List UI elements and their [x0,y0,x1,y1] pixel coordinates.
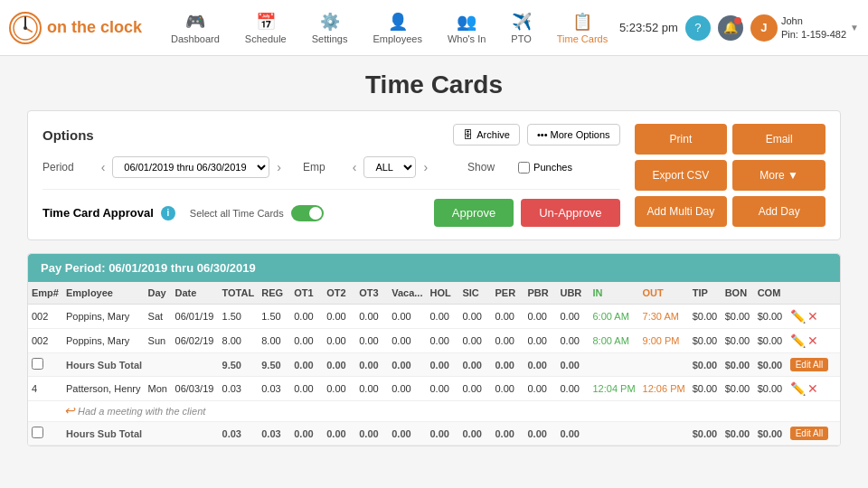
user-menu-button[interactable]: J John Pin: 1-159-482 ▼ [750,14,859,42]
subtotal-checkbox[interactable] [32,427,43,438]
nav-label-settings: Settings [312,33,348,44]
edit-row-button[interactable]: ✏️ [790,381,806,396]
edit-all-button[interactable]: Edit All [790,427,829,440]
nav-item-dashboard[interactable]: 🎮 Dashboard [160,6,231,50]
cell-hol: 0.00 [426,377,458,401]
edit-all-button[interactable]: Edit All [790,358,829,371]
approve-button[interactable]: Approve [434,199,514,227]
cell-ubr: 0.00 [556,377,589,401]
table-row: 002 Poppins, Mary Sat 06/01/19 1.50 1.50… [28,305,840,329]
subtotal-pbr: 0.00 [524,422,556,446]
edit-row-button[interactable]: ✏️ [790,333,806,348]
cell-tip: $0.00 [689,329,722,353]
export-csv-button[interactable]: Export CSV [635,160,728,191]
cell-in: 6:00 AM [589,305,638,329]
notification-dot [734,17,741,24]
nav-item-pto[interactable]: ✈️ PTO [500,6,542,50]
cell-hol: 0.00 [426,305,458,329]
cell-per: 0.00 [491,377,524,401]
subtotal-tip: $0.00 [689,353,722,377]
subtotal-checkbox[interactable] [32,358,43,370]
add-multi-day-button[interactable]: Add Multi Day [635,196,728,227]
header: on the clock 🎮 Dashboard 📅 Schedule ⚙️ S… [0,0,868,56]
emp-control: ‹ ALL › [349,156,431,178]
period-next-button[interactable]: › [273,158,285,176]
note-row: ↩ Had a meeting with the client [28,401,840,422]
cell-com: $0.00 [754,329,787,353]
cell-per: 0.00 [491,305,524,329]
logo-text: on the clock [47,18,142,37]
subtotal-edit-all: Edit All [787,353,840,377]
period-prev-button[interactable]: ‹ [98,158,109,176]
punches-checkbox[interactable] [518,162,530,174]
show-label: Show [467,161,495,174]
nav-label-whos-in: Who's In [448,33,486,44]
add-day-button[interactable]: Add Day [732,196,826,227]
col-employee: Employee [62,282,145,305]
schedule-icon: 📅 [256,12,276,32]
subtotal-ot1: 0.00 [290,353,323,377]
cell-ot2: 0.00 [323,329,355,353]
nav-item-whos-in[interactable]: 👥 Who's In [437,6,496,50]
user-pin: Pin: 1-159-482 [781,28,846,41]
cell-sic: 0.00 [458,329,491,353]
print-button[interactable]: Print [635,124,728,155]
cell-com: $0.00 [754,377,787,401]
emp-prev-button[interactable]: ‹ [349,158,361,176]
approve-row: Time Card Approval i Select all Time Car… [42,189,620,227]
subtotal-row: Hours Sub Total 9.50 9.50 0.00 0.00 0.00… [28,353,840,377]
subtotal-com: $0.00 [754,422,787,446]
pto-icon: ✈️ [512,12,532,32]
nav-item-employees[interactable]: 👤 Employees [362,6,432,50]
subtotal-com: $0.00 [754,353,787,377]
subtotal-per: 0.00 [491,422,524,446]
edit-row-button[interactable]: ✏️ [790,309,806,324]
subtotal-vaca: 0.00 [388,353,426,377]
options-fields-row: Period ‹ 06/01/2019 thru 06/30/2019 › Em… [42,156,620,178]
cell-emp: 4 [28,377,62,401]
emp-next-button[interactable]: › [420,158,431,176]
subtotal-ubr: 0.00 [556,353,589,377]
cell-name: Poppins, Mary [62,305,145,329]
nav-item-schedule[interactable]: 📅 Schedule [234,6,297,50]
cell-tip: $0.00 [689,305,722,329]
settings-icon: ⚙️ [320,12,340,32]
user-name: John [781,14,846,27]
emp-label: Emp [303,161,326,174]
cell-name: Poppins, Mary [62,329,145,353]
cell-sic: 0.00 [458,377,491,401]
unapprove-button[interactable]: Un-Approve [521,199,619,227]
col-day: Day [145,282,172,305]
delete-row-button[interactable]: ✕ [807,381,818,396]
more-options-button[interactable]: ••• More Options [527,124,620,145]
cell-pbr: 0.00 [524,305,556,329]
cell-day: Sun [145,329,172,353]
clock-display: 5:23:52 pm [619,21,678,34]
subtotal-in [589,422,638,446]
cell-com: $0.00 [754,305,787,329]
cell-total: 8.00 [219,329,259,353]
options-left: Options 🗄 Archive ••• More Options Perio… [42,124,620,227]
nav-item-settings[interactable]: ⚙️ Settings [301,6,359,50]
delete-row-button[interactable]: ✕ [807,309,818,324]
subtotal-row: Hours Sub Total 0.03 0.03 0.00 0.00 0.00… [28,422,840,446]
nav-item-time-cards[interactable]: 📋 Time Cards [546,6,618,50]
period-select[interactable]: 06/01/2019 thru 06/30/2019 [112,156,269,178]
subtotal-ot1: 0.00 [290,422,323,446]
subtotal-vaca: 0.00 [388,422,426,446]
cell-in: 8:00 AM [589,329,638,353]
email-button[interactable]: Email [732,124,826,155]
cell-out: 7:30 AM [639,305,689,329]
more-button[interactable]: More ▼ [732,160,826,191]
notifications-button[interactable]: 🔔 [718,15,743,41]
logo-icon [9,12,42,44]
archive-button[interactable]: 🗄 Archive [453,124,520,145]
time-cards-icon: 📋 [572,12,592,32]
cell-pbr: 0.00 [524,329,556,353]
punches-checkbox-row: Punches [518,162,572,174]
select-all-toggle[interactable] [291,205,324,221]
delete-row-button[interactable]: ✕ [807,333,818,348]
help-button[interactable]: ? [685,15,711,41]
emp-select[interactable]: ALL [363,156,416,178]
info-icon: i [161,206,175,221]
